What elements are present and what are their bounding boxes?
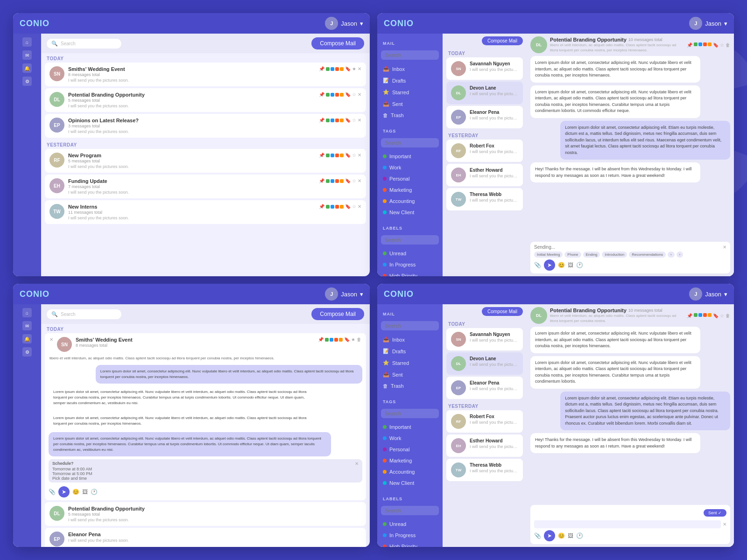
tag-next[interactable]: › xyxy=(677,252,684,258)
pin-icon-3[interactable]: 📌 xyxy=(319,118,324,123)
sidebar-sent[interactable]: 📤 Sent xyxy=(377,98,443,109)
bl-nav-mail[interactable]: ✉ xyxy=(22,321,32,330)
br-compose-close[interactable]: ✕ xyxy=(723,522,726,527)
br-clock-icon[interactable]: 🕐 xyxy=(576,532,583,539)
sidebar-label-unread[interactable]: Unread xyxy=(377,248,443,259)
email-item-4[interactable]: RF New Program 5 messages total I will s… xyxy=(45,149,366,173)
br-email-2[interactable]: DL Devon Lane I will send you the pictur… xyxy=(446,352,523,375)
br-inbox[interactable]: 📥 Inbox xyxy=(377,334,443,345)
sidebar-label-highpriority[interactable]: High Priority xyxy=(377,271,443,276)
labels-search-input[interactable] xyxy=(381,235,439,245)
tag-initial-meeting[interactable]: Initial Meeting xyxy=(534,252,563,258)
sidebar-tag-important[interactable]: Important xyxy=(377,151,443,161)
br-bookmark-icon[interactable]: 🔖 xyxy=(713,313,719,318)
tl-search[interactable]: 🔍 Search xyxy=(47,39,121,49)
email-item-2[interactable]: DL Potential Branding Opportunity 5 mess… xyxy=(45,88,366,112)
sidebar-trash[interactable]: 🗑 Trash xyxy=(377,110,443,120)
star-icon-5[interactable]: ☆ xyxy=(352,178,356,183)
br-label-inprogress[interactable]: In Progress xyxy=(377,530,443,540)
sidebar-tag-accounting[interactable]: Accounting xyxy=(377,196,443,206)
bl-clock-icon[interactable]: 🕐 xyxy=(91,489,98,495)
br-label-highpriority[interactable]: High Priority xyxy=(377,541,443,547)
attach-icon[interactable]: 📎 xyxy=(534,262,541,268)
delete-icon-4[interactable]: ✕ xyxy=(358,153,361,158)
bl-popup-close[interactable]: ✕ xyxy=(355,461,359,466)
br-tag-accounting[interactable]: Accounting xyxy=(377,467,443,477)
delete-icon-6[interactable]: ✕ xyxy=(358,204,361,209)
sidebar-label-inprogress[interactable]: In Progress xyxy=(377,259,443,270)
br-emoji-icon[interactable]: 😊 xyxy=(558,532,565,539)
star-icon-4[interactable]: ☆ xyxy=(352,153,356,158)
bl-search[interactable]: 🔍 Search xyxy=(47,309,121,319)
nav-settings-icon[interactable]: ⚙ xyxy=(22,77,32,86)
bl-attach-icon[interactable]: 📎 xyxy=(49,489,56,495)
bl-delete-1[interactable]: 🗑 xyxy=(357,337,361,342)
tr-email-4[interactable]: RF Robert Fox I will send you the pictur… xyxy=(446,140,523,162)
bookmark-icon-2[interactable]: 🔖 xyxy=(345,92,351,97)
clock-icon[interactable]: 🕐 xyxy=(576,262,583,268)
bl-user[interactable]: J Jason ▾ xyxy=(325,287,363,301)
star-icon-2[interactable]: ☆ xyxy=(352,92,356,97)
sidebar-tag-newclient[interactable]: New Client xyxy=(377,207,443,217)
br-image-icon[interactable]: 🖼 xyxy=(568,532,573,539)
br-star-icon[interactable]: ☆ xyxy=(720,313,724,318)
bl-nav-bell[interactable]: 🔔 xyxy=(22,334,32,343)
br-email-6[interactable]: TW Theresa Webb I will send you the pict… xyxy=(446,459,523,481)
tl-compose-button[interactable]: Compose Mail xyxy=(311,37,364,49)
br-email-4[interactable]: RF Robert Fox I will send you the pictur… xyxy=(446,410,523,433)
sidebar-tag-personal[interactable]: Personal xyxy=(377,174,443,184)
bl-nav-settings[interactable]: ⚙ xyxy=(22,347,32,357)
bl-star-1[interactable]: ★ xyxy=(351,337,355,342)
pin-icon-2[interactable]: 📌 xyxy=(319,92,324,97)
br-pin-icon[interactable]: 📌 xyxy=(687,313,692,318)
star-icon-6[interactable]: ☆ xyxy=(352,204,356,209)
bl-compose-button[interactable]: Compose Mail xyxy=(311,308,364,320)
sidebar-tag-work[interactable]: Work xyxy=(377,162,443,173)
delete-icon-2[interactable]: ✕ xyxy=(358,92,361,97)
tr-email-1[interactable]: SN Savannah Nguyen I will send you the p… xyxy=(446,57,523,80)
email-item-1[interactable]: SN Smiths' Wedding Event 8 messages tota… xyxy=(45,63,366,86)
tag-phone[interactable]: Phone xyxy=(564,252,581,258)
bl-image-icon[interactable]: 🖼 xyxy=(82,489,88,495)
pin-icon-6[interactable]: 📌 xyxy=(319,204,324,209)
bookmark-icon-3[interactable]: 🔖 xyxy=(345,118,351,123)
br-labels-search[interactable] xyxy=(381,506,439,515)
br-attach-icon[interactable]: 📎 xyxy=(534,532,541,539)
tr-compose-close[interactable]: ✕ xyxy=(723,245,726,250)
tr-compose-button[interactable]: Compose Mail xyxy=(482,36,523,45)
br-user[interactable]: J Jason ▾ xyxy=(689,287,727,301)
tags-search-input[interactable] xyxy=(381,138,439,147)
bookmark-icon-4[interactable]: 🔖 xyxy=(345,153,351,158)
sidebar-starred[interactable]: ⭐ Starred xyxy=(377,87,443,98)
tr-email-3[interactable]: EP Eleanor Pena I will send you the pict… xyxy=(446,106,523,128)
bl-bookmark-1[interactable]: 🔖 xyxy=(344,337,350,342)
delete-icon-3[interactable]: ✕ xyxy=(358,118,361,123)
br-email-5[interactable]: EH Esther Howard I will send you the pic… xyxy=(446,434,523,457)
nav-mail-icon[interactable]: ✉ xyxy=(22,50,32,60)
tr-email-5[interactable]: EH Esther Howard I will send you the pic… xyxy=(446,164,523,186)
sidebar-inbox[interactable]: 📥 Inbox xyxy=(377,63,443,74)
br-tag-newclient[interactable]: New Client xyxy=(377,478,443,488)
delete-icon-1[interactable]: ✕ xyxy=(358,66,361,71)
pin-icon-5[interactable]: 📌 xyxy=(319,178,324,183)
tr-email-2[interactable]: DL Devon Lane I will send you the pictur… xyxy=(446,82,523,104)
br-send-button[interactable]: ➤ xyxy=(544,530,555,541)
bl-nav-home[interactable]: ⌂ xyxy=(22,308,32,317)
br-email-3[interactable]: EP Eleanor Pena I will send you the pict… xyxy=(446,377,523,399)
bl-pin-1[interactable]: 📌 xyxy=(318,337,324,342)
thread-pin-icon[interactable]: 📌 xyxy=(687,42,692,48)
br-tag-marketing[interactable]: Marketing xyxy=(377,455,443,466)
thread-star-icon[interactable]: ☆ xyxy=(720,42,724,48)
thread-bookmark-icon[interactable]: 🔖 xyxy=(713,42,719,48)
bl-email-header-1[interactable]: ✕ SN Smiths' Wedding Event 8 messages to… xyxy=(45,333,366,356)
br-delete-icon[interactable]: 🗑 xyxy=(726,313,730,318)
star-icon-3[interactable]: ☆ xyxy=(352,118,356,123)
br-tag-personal[interactable]: Personal xyxy=(377,444,443,455)
tag-prev[interactable]: ‹ xyxy=(668,252,675,258)
tl-user[interactable]: J Jason ▾ xyxy=(325,17,363,30)
br-email-1[interactable]: SN Savannah Nguyen I will send you the p… xyxy=(446,328,523,350)
emoji-icon[interactable]: 😊 xyxy=(558,262,565,268)
tr-email-6[interactable]: TW Theresa Webb I will send you the pict… xyxy=(446,188,523,210)
send-button[interactable]: ➤ xyxy=(544,259,555,271)
br-sent[interactable]: 📤 Sent xyxy=(377,369,443,380)
